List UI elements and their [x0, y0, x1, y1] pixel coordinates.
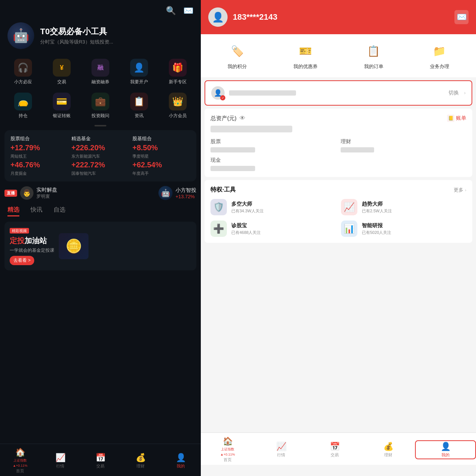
qa-item-open-account[interactable]: 👤 我要开户: [130, 59, 148, 85]
left-nav-mine[interactable]: 👤 我的: [161, 453, 201, 469]
right-nav-wealth[interactable]: 💰 理财: [361, 442, 415, 458]
right-nav-home-label: 首页: [223, 457, 232, 463]
ledger-button[interactable]: 📒 账单: [447, 115, 466, 122]
right-nav-market[interactable]: 📈 行情: [254, 442, 308, 458]
tool-duokong[interactable]: 🛡️ 多空大师 已有34.3W人关注: [210, 199, 336, 215]
left-header: 🔍 ✉️: [0, 0, 201, 19]
inv-card-combo[interactable]: 股基组合 +8.50% 季度明星 +62.54% 年度高手: [132, 135, 190, 176]
asset-cash-value: [210, 166, 255, 171]
mine-icon-left: 👤: [176, 453, 186, 463]
bottom-extra: [201, 465, 476, 476]
nav-stock-info: 上证指数: [13, 458, 27, 463]
svc-business-label: 业务办理: [430, 63, 449, 70]
right-panel: 👤 183****2143 ✉️ 🏷️ 我的积分 🎫 我的优惠券 📋 我的订单 …: [201, 0, 476, 476]
right-nav-trade[interactable]: 📅 交易: [308, 442, 361, 458]
inv-card-fund[interactable]: 精选基金 +226.20% 东方新能源汽车 +222.72% 国泰智能汽车: [71, 135, 129, 176]
tool-qushi[interactable]: 📈 趋势大师 已有2.5W人关注: [341, 199, 466, 215]
inv-card-fund-sub1: 东方新能源汽车: [71, 154, 129, 159]
business-icon: 📁: [430, 42, 449, 60]
qa-label-holding: 持仓: [19, 113, 28, 119]
left-panel: 🔍 ✉️ 🤖 T0交易必备小工具 分时宝（风险等级R3）短线投资... 🎧 小方…: [0, 0, 201, 476]
left-nav-mine-label: 我的: [177, 463, 185, 469]
quick-actions-row2: 👝 持仓 💳 银证转账 💼 投资顾问 📋 资讯 👑 小方会员: [0, 90, 201, 124]
more-link[interactable]: 更多 ›: [454, 186, 466, 193]
qa-icon-advisor: 💼: [91, 93, 109, 110]
right-nav-mine[interactable]: 👤 我的: [415, 440, 476, 459]
tool-yanbao-followers: 已有5020人关注: [362, 230, 391, 235]
tool-zhengubao[interactable]: ➕ 诊股宝 已有4688人关注: [210, 221, 336, 237]
svc-order-label: 我的订单: [364, 63, 383, 70]
qa-label-vip: 小方会员: [169, 113, 187, 119]
right-nav-mine-label: 我的: [441, 452, 450, 458]
nav-stock-pct: ▲+0.11%: [13, 464, 28, 467]
account-switcher[interactable]: 👤 ✓ 切换 ›: [205, 80, 472, 106]
asset-cash: 现金: [210, 157, 336, 171]
news-card[interactable]: 精彩视频 定投加油站 一学就会的基金定投课 去看看 > 🪙: [4, 222, 196, 270]
right-nav-home[interactable]: 🏠 上证指数 ▲+0.11% 首页: [201, 437, 254, 463]
qa-label-open: 我要开户: [130, 79, 148, 85]
inv-card-fund-pct1: +226.20%: [71, 144, 129, 152]
acc-verified-badge: ✓: [220, 95, 225, 100]
search-icon[interactable]: 🔍: [166, 6, 176, 16]
left-nav-market[interactable]: 📈 行情: [40, 453, 80, 469]
rnav-stock-pct: ▲+0.11%: [220, 453, 235, 456]
left-nav-home-label: 首页: [16, 468, 24, 474]
qa-item-beginner[interactable]: 🎁 新手专区: [169, 59, 187, 85]
scroll-indicator: [0, 125, 201, 126]
svc-points[interactable]: 🏷️ 我的积分: [228, 42, 247, 70]
left-nav-market-label: 行情: [56, 463, 64, 469]
right-nav-wealth-label: 理财: [384, 452, 392, 458]
news-subtitle: 一学就会的基金定投课: [10, 247, 54, 254]
right-mail-icon[interactable]: ✉️: [454, 10, 469, 24]
asset-stock-value: [210, 147, 255, 152]
app-title: T0交易必备小工具: [40, 26, 113, 37]
rnav-home-icon: 🏠: [223, 437, 233, 446]
svc-coupon[interactable]: 🎫 我的优惠券: [293, 42, 318, 70]
tool-yanbao-name: 智能研报: [362, 222, 391, 229]
qa-item-xfby[interactable]: 🎧 小方必应: [14, 59, 32, 85]
live-badge[interactable]: 直播: [4, 190, 17, 197]
assets-section: 总资产(元) 👁 📒 账单 股票 理财 现金: [205, 109, 472, 177]
points-icon: 🏷️: [228, 42, 247, 60]
svc-business[interactable]: 📁 业务办理: [430, 42, 449, 70]
acc-arrow-icon: ›: [464, 90, 466, 96]
qa-item-advisor[interactable]: 💼 投资顾问: [91, 93, 109, 119]
qa-item-news[interactable]: 📋 资讯: [130, 93, 148, 119]
qa-icon-vip: 👑: [169, 93, 187, 110]
left-nav-trade-label: 交易: [96, 463, 104, 469]
tool-yanbao[interactable]: 📊 智能研报 已有5020人关注: [341, 221, 466, 237]
news-cta-button[interactable]: 去看看 >: [10, 256, 34, 265]
mail-icon[interactable]: ✉️: [183, 6, 193, 16]
qa-icon-rzrq: 融: [91, 59, 109, 77]
svc-coupon-label: 我的优惠券: [293, 63, 318, 70]
left-nav-trade[interactable]: 📅 交易: [80, 453, 120, 469]
inv-card-stock-sub1: 周短线王: [10, 154, 68, 159]
qa-item-holding[interactable]: 👝 持仓: [14, 93, 32, 119]
tab-jingxuan[interactable]: 精选: [7, 206, 19, 216]
tab-kuaixun[interactable]: 快讯: [30, 206, 42, 216]
qa-icon-trade: ¥: [53, 59, 71, 77]
svc-order[interactable]: 📋 我的订单: [364, 42, 383, 70]
qa-label-advisor: 投资顾问: [91, 113, 109, 119]
eye-icon[interactable]: 👁: [239, 115, 245, 122]
qa-icon-open: 👤: [130, 59, 148, 77]
news-title: 定投加油站: [10, 236, 54, 246]
news-badge: 精彩视频: [10, 228, 29, 234]
inv-card-combo-title: 股基组合: [132, 135, 190, 142]
tool-zhengubao-followers: 已有4688人关注: [231, 230, 261, 235]
acc-switch-label[interactable]: 切换: [448, 90, 459, 96]
qa-item-trade[interactable]: ¥ 交易: [53, 59, 71, 85]
qa-item-bank-transfer[interactable]: 💳 银证转账: [53, 93, 71, 119]
right-avatar: 👤: [208, 7, 228, 27]
smart-invest-section[interactable]: 🤖 小方智投 +13.72%: [158, 186, 196, 200]
qa-item-vip[interactable]: 👑 小方会员: [169, 93, 187, 119]
tab-zixuan[interactable]: 自选: [54, 206, 65, 216]
left-nav-home[interactable]: 🏠 上证指数 ▲+0.11% 首页: [0, 448, 40, 474]
trade-icon-nav: 📅: [96, 453, 106, 463]
tool-duokong-icon: 🛡️: [210, 199, 227, 215]
asset-finance: 理财: [341, 138, 466, 152]
inv-card-stock[interactable]: 股票组合 +12.79% 周短线王 +46.76% 月度掘金: [10, 135, 68, 176]
qa-label-xfby: 小方必应: [14, 79, 32, 85]
left-nav-wealth[interactable]: 💰 理财: [120, 453, 161, 469]
qa-item-rzrq[interactable]: 融 融资融券: [91, 59, 109, 85]
